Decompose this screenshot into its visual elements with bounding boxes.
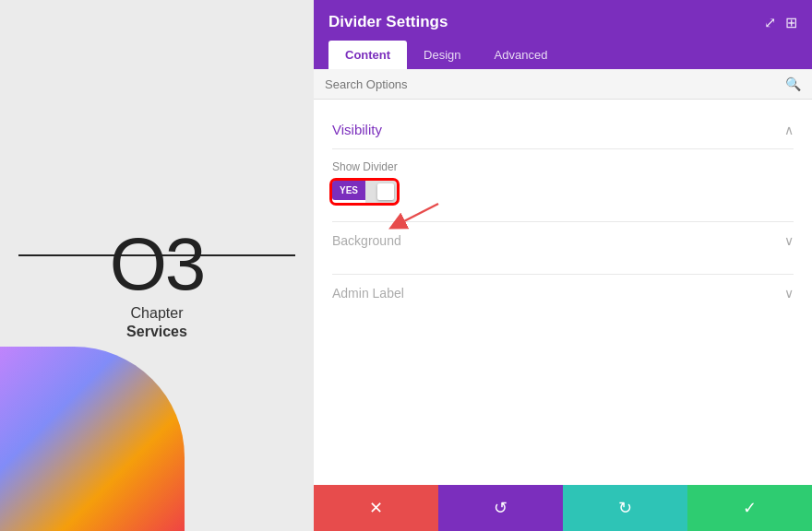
header-icons: ⤢ ⊞	[764, 14, 797, 31]
visibility-divider	[332, 148, 794, 149]
admin-top-divider	[332, 274, 794, 275]
toggle-area: YES	[332, 181, 397, 203]
settings-footer: ✕ ↺ ↻ ✓	[314, 485, 812, 531]
admin-label-title: Admin Label	[332, 286, 404, 301]
settings-panel: Divider Settings ⤢ ⊞ Content Design Adva…	[314, 0, 812, 531]
tab-advanced[interactable]: Advanced	[478, 41, 565, 69]
toggle-wrapper[interactable]: YES	[332, 181, 397, 203]
show-divider-label: Show Divider	[332, 160, 794, 173]
tab-content[interactable]: Content	[328, 41, 407, 69]
cancel-button[interactable]: ✕	[314, 485, 438, 531]
chapter-number: O3	[110, 228, 205, 301]
title-row: Divider Settings ⤢ ⊞	[328, 13, 797, 31]
admin-label-section: Admin Label ∨	[332, 274, 794, 308]
search-bar: 🔍	[314, 69, 812, 100]
settings-header: Divider Settings ⤢ ⊞ Content Design Adva…	[314, 0, 812, 69]
cancel-icon: ✕	[369, 498, 383, 518]
toggle-slider	[365, 181, 397, 203]
tabs-row: Content Design Advanced	[328, 41, 797, 69]
background-chevron: ∨	[784, 233, 794, 248]
background-top-divider	[332, 221, 794, 222]
confirm-icon: ✓	[743, 498, 757, 518]
visibility-title: Visibility	[332, 122, 382, 137]
grid-icon[interactable]: ⊞	[785, 14, 797, 31]
toggle-knob	[377, 183, 394, 200]
background-section-header[interactable]: Background ∨	[332, 226, 794, 255]
tab-design[interactable]: Design	[407, 41, 477, 69]
settings-content: Visibility ∧ Show Divider YES	[314, 100, 812, 485]
visibility-content: Show Divider YES	[332, 160, 794, 203]
search-icon: 🔍	[785, 77, 801, 91]
undo-button[interactable]: ↺	[438, 485, 563, 531]
confirm-button[interactable]: ✓	[687, 485, 812, 531]
background-title: Background	[332, 233, 401, 248]
search-input[interactable]	[325, 77, 785, 91]
visibility-chevron-up: ∧	[784, 123, 794, 137]
expand-icon[interactable]: ⤢	[764, 14, 776, 31]
toggle-yes-label: YES	[332, 181, 365, 200]
gradient-decoration	[0, 347, 185, 531]
left-panel: O3 Chapter Services	[0, 0, 314, 531]
chapter-sub: Services	[126, 324, 187, 340]
redo-icon: ↻	[618, 498, 632, 518]
background-section: Background ∨	[332, 221, 794, 255]
admin-label-chevron: ∨	[784, 286, 794, 301]
settings-title: Divider Settings	[328, 13, 448, 31]
undo-icon: ↺	[494, 498, 508, 518]
redo-button[interactable]: ↻	[563, 485, 687, 531]
chapter-content: O3 Chapter Services	[110, 228, 205, 340]
chapter-label: Chapter	[131, 305, 184, 322]
admin-label-section-header[interactable]: Admin Label ∨	[332, 278, 794, 308]
visibility-section-header[interactable]: Visibility ∧	[332, 114, 794, 145]
visibility-section: Visibility ∧ Show Divider YES	[332, 114, 794, 203]
